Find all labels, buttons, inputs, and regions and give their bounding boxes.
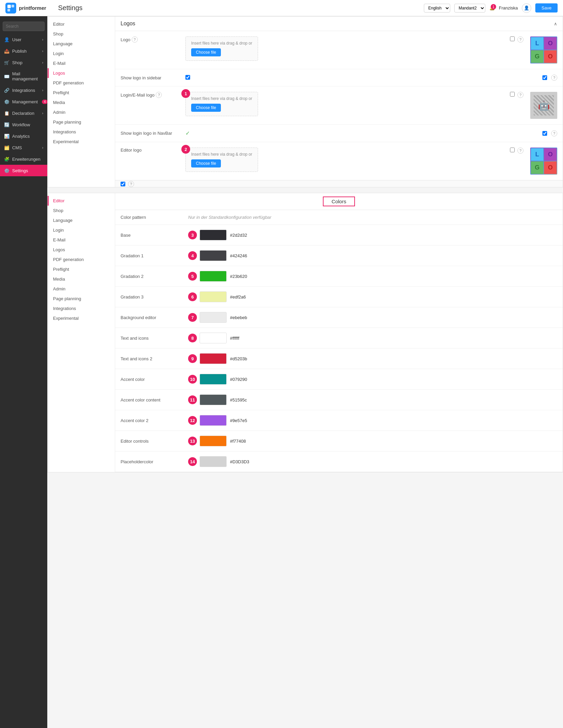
search-input[interactable] <box>3 22 45 31</box>
avatar[interactable]: 👤 <box>522 3 531 13</box>
nav-media[interactable]: Media <box>48 98 115 107</box>
show-login-help[interactable]: ? <box>551 130 557 136</box>
nav-experimental[interactable]: Experimental <box>48 137 115 147</box>
color-swatch-editor-controls[interactable] <box>200 436 227 446</box>
step-badge-1: 1 <box>181 89 190 98</box>
show-logo-checkbox[interactable] <box>185 75 190 80</box>
sidebar-item-publish[interactable]: 📤 Publish › <box>0 45 47 57</box>
show-logo-right-checkbox[interactable] <box>542 75 547 80</box>
nav-language-bottom[interactable]: Language <box>48 215 115 225</box>
color-swatch-gradation3[interactable] <box>200 291 227 302</box>
color-swatch-wrap-background-editor: 7 #ebebeb <box>188 312 247 323</box>
show-logo-help[interactable]: ? <box>551 75 557 81</box>
show-login-navbar-row: Show login logo in NavBar ✓ ? <box>115 125 563 142</box>
color-swatch-accent-color-content[interactable] <box>200 394 227 405</box>
main-content: Editor Shop Language Login E-Mail Logos … <box>47 16 563 728</box>
nav-experimental-bottom[interactable]: Experimental <box>48 313 115 323</box>
management-badge: 4 <box>42 100 48 104</box>
sidebar-item-workflow[interactable]: 🔄 Workflow <box>0 119 47 130</box>
save-button[interactable]: Save <box>535 3 558 12</box>
nav-logos-bottom[interactable]: Logos <box>48 245 115 255</box>
show-login-checkbox[interactable] <box>542 131 547 136</box>
editor-choose-button[interactable]: Choose file <box>191 159 221 167</box>
nav-preflight-bottom[interactable]: Preflight <box>48 264 115 274</box>
logo-checkbox[interactable] <box>510 36 515 41</box>
sidebar-item-analytics[interactable]: 📊 Analytics <box>0 130 47 142</box>
color-swatch-gradation2[interactable] <box>200 271 227 282</box>
color-swatch-text-icons[interactable] <box>200 333 227 343</box>
step-badge-5: 5 <box>188 272 197 281</box>
nav-language[interactable]: Language <box>48 39 115 49</box>
color-value-base: #2d2d32 <box>230 233 247 238</box>
logo-row: Logo ? Insert files here via drag & drop… <box>115 31 563 69</box>
sidebar-item-mail[interactable]: ✉️ Mail management <box>0 68 47 84</box>
sidebar-item-declaration[interactable]: 📋 Declaration › <box>0 107 47 119</box>
bell-button[interactable]: 🔔 1 <box>489 5 495 10</box>
sidebar-item-erweiterungen[interactable]: 🧩 Erweiterungen <box>0 153 47 165</box>
nav-shop[interactable]: Shop <box>48 29 115 39</box>
nav-pdf-bottom[interactable]: PDF generation <box>48 255 115 264</box>
color-label-accent-color2: Accent color 2 <box>121 418 188 423</box>
editor-logo-help[interactable]: ? <box>517 148 523 154</box>
bottom-checkbox[interactable] <box>121 182 125 186</box>
sidebar-item-integrations[interactable]: 🔗 Integrations › <box>0 84 47 96</box>
color-row-text-icons: Text and icons 8 #ffffff <box>115 328 563 348</box>
color-label-accent-color-content: Accent color content <box>121 397 188 402</box>
nav-integrations-bottom[interactable]: Integrations <box>48 304 115 313</box>
editor-logo-row: Editor logo 2 Insert files here via drag… <box>115 142 563 180</box>
logo-help-icon[interactable]: ? <box>132 36 138 43</box>
sidebar-item-shop[interactable]: 🛒 Shop › <box>0 57 47 68</box>
nav-logos[interactable]: Logos <box>48 68 115 78</box>
color-swatch-base[interactable] <box>200 230 227 240</box>
nav-login[interactable]: Login <box>48 49 115 58</box>
color-swatch-accent-color[interactable] <box>200 374 227 385</box>
language-select[interactable]: English <box>424 4 450 12</box>
svg-rect-2 <box>7 9 10 11</box>
sidebar-item-settings[interactable]: ⚙️ Settings <box>0 165 47 176</box>
color-swatch-background-editor[interactable] <box>200 312 227 323</box>
sidebar-item-management[interactable]: ⚙️ Management 4 <box>0 96 47 107</box>
login-choose-button[interactable]: Choose file <box>191 104 221 112</box>
bottom-help[interactable]: ? <box>128 181 134 187</box>
mandant-select[interactable]: Mandant2 <box>454 4 485 12</box>
settings-icon: ⚙️ <box>4 168 9 173</box>
color-swatch-placeholdercolor[interactable] <box>200 456 227 467</box>
login-logo-row-help[interactable]: ? <box>517 92 523 98</box>
color-swatch-gradation1[interactable] <box>200 250 227 261</box>
nav-admin-bottom[interactable]: Admin <box>48 284 115 294</box>
logo-choose-button[interactable]: Choose file <box>191 48 221 56</box>
nav-integrations[interactable]: Integrations <box>48 127 115 137</box>
login-logo-checkbox[interactable] <box>510 92 515 97</box>
analytics-icon: 📊 <box>4 133 9 139</box>
nav-login-bottom[interactable]: Login <box>48 225 115 235</box>
logo-dropzone[interactable]: Insert files here via drag & drop or Cho… <box>185 36 258 61</box>
login-logo-help[interactable]: ? <box>156 92 162 98</box>
nav-email[interactable]: E-Mail <box>48 58 115 68</box>
color-label-text-icons: Text and icons <box>121 336 188 341</box>
sidebar-item-cms[interactable]: 🗂️ CMS › <box>0 142 47 153</box>
sidebar-item-user[interactable]: 👤 User › <box>0 34 47 45</box>
nav-page-planning[interactable]: Page planning <box>48 117 115 127</box>
nav-preflight[interactable]: Preflight <box>48 88 115 98</box>
logo-row-help[interactable]: ? <box>517 36 523 43</box>
bell-badge: 1 <box>491 4 496 9</box>
nav-editor[interactable]: Editor <box>48 19 115 29</box>
nav-media-bottom[interactable]: Media <box>48 274 115 284</box>
color-pattern-value: Nur in der Standardkonfiguration verfügb… <box>188 215 271 220</box>
nav-shop-bottom[interactable]: Shop <box>48 206 115 215</box>
username-label[interactable]: Franziska <box>499 5 518 10</box>
color-swatch-text-icons2[interactable] <box>200 353 227 364</box>
nav-admin[interactable]: Admin <box>48 107 115 117</box>
editor-logo-dropzone[interactable]: Insert files here via drag & drop or Cho… <box>185 148 258 172</box>
editor-logo-checkbox[interactable] <box>510 148 515 152</box>
nav-page-planning-bottom[interactable]: Page planning <box>48 294 115 304</box>
editor-logo-label: Editor logo <box>121 148 181 153</box>
nav-email-bottom[interactable]: E-Mail <box>48 235 115 245</box>
nav-editor-bottom[interactable]: Editor <box>48 196 115 206</box>
nav-pdf[interactable]: PDF generation <box>48 78 115 88</box>
step-badge-7: 7 <box>188 313 197 322</box>
color-value-background-editor: #ebebeb <box>230 315 247 320</box>
collapse-icon[interactable]: ∧ <box>554 21 557 26</box>
login-logo-dropzone[interactable]: Insert files here via drag & drop or Cho… <box>185 92 258 116</box>
color-swatch-accent-color2[interactable] <box>200 415 227 426</box>
